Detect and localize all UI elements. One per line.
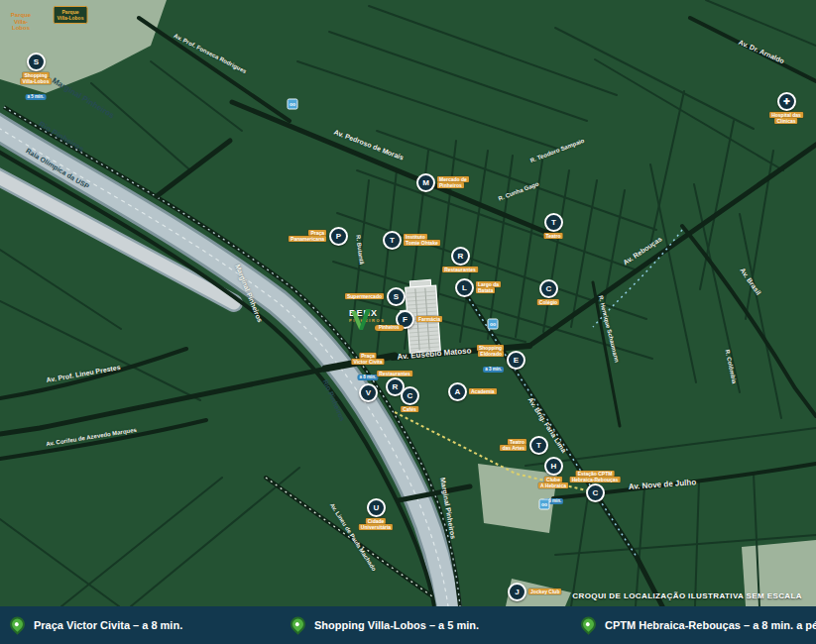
poi-label: Mercado dePinheiros xyxy=(437,176,469,188)
time-chip: a 8 min. xyxy=(358,375,379,380)
legend-label: Praça Victor Civita – a 8 min. xyxy=(34,619,182,631)
club-icon: H xyxy=(544,457,563,476)
poi-label: Restaurantes xyxy=(442,267,478,272)
bike-station-icon: oo xyxy=(488,319,499,330)
horse-icon: J xyxy=(508,583,526,601)
legend-label: Shopping Villa-Lobos – a 5 min. xyxy=(314,619,479,631)
benx-logo: BENX PINHEIROS Pinheiros xyxy=(349,309,414,331)
map-pin-icon xyxy=(7,613,28,634)
legend-item-shopping-villa-lobos: Shopping Villa-Lobos – a 5 min. xyxy=(291,606,479,644)
university-icon: U xyxy=(367,498,386,517)
bike-station-icon: oo xyxy=(288,99,298,110)
poi-label: Restaurantes xyxy=(377,371,412,376)
legend-label: CPTM Hebraica-Rebouças – a 8 min. a pé xyxy=(605,619,816,631)
poi-label: Hospital dasClínicas xyxy=(769,112,803,124)
shopping-bag-icon: S xyxy=(27,53,46,71)
map-pin-icon xyxy=(578,613,599,634)
park-icon: P xyxy=(329,227,348,246)
poi-label: Teatro xyxy=(544,233,563,239)
poi-parque-villa-lobos: ParqueVilla-Lobos xyxy=(11,12,31,32)
poi-label: InstitutoTomie Ohtake xyxy=(404,234,440,246)
museum-icon: T xyxy=(383,231,402,250)
time-chip: a 5 min. xyxy=(26,94,47,100)
train-icon: C xyxy=(586,483,605,502)
poi-label: ShoppingVilla-Lobosa 5 min. xyxy=(21,72,52,102)
logo-badge: Pinheiros xyxy=(375,325,404,331)
poi-label: Supermercado xyxy=(345,293,384,299)
map-disclaimer: CROQUI DE LOCALIZAÇÃO ILUSTRATIVA SEM ES… xyxy=(572,591,802,600)
shopping-bag-icon: E xyxy=(507,351,525,370)
market-icon: S xyxy=(387,287,406,306)
restaurant-icon: R xyxy=(451,247,470,266)
legend-item-praca-victor-civita: Praça Victor Civita – a 8 min. xyxy=(10,606,182,644)
poi-parque-villa-lobos-sign: ParqueVilla-Lobos xyxy=(54,6,88,24)
market-icon: M xyxy=(416,173,435,192)
plaza-icon: V xyxy=(359,383,378,402)
legend-bar: Praça Victor Civita – a 8 min.Shopping V… xyxy=(0,606,816,644)
poi-label: ShoppingEldoradoa 3 min. xyxy=(477,345,504,375)
theater-icon: T xyxy=(529,436,548,455)
benx-logo-v-icon xyxy=(349,309,373,331)
poi-label: Farmácia xyxy=(416,316,442,322)
hospital-icon: ✚ xyxy=(777,92,796,111)
plaza-icon: L xyxy=(455,278,474,297)
poi-label: PraçaPanamericana xyxy=(289,230,326,242)
poi-label: CidadeUniversitária xyxy=(359,518,393,530)
poi-label: Academia xyxy=(469,388,497,394)
map-pin-icon xyxy=(288,613,308,634)
croqui-map-page: Marginal PinheirosRio PinheirosRaia Olím… xyxy=(0,0,816,644)
legend-item-cptm-hebraica-reboucas: CPTM Hebraica-Rebouças – a 8 min. a pé xyxy=(581,606,816,644)
poi-label: Largo daBatata xyxy=(476,281,501,293)
poi-label: Estação CPTMHebraica-Rebouças xyxy=(570,471,621,483)
poi-label: Teatrodas Artes xyxy=(500,439,526,451)
theater-icon: T xyxy=(544,213,563,232)
gym-icon: A xyxy=(448,382,467,401)
map-canvas: Marginal PinheirosRio PinheirosRaia Olím… xyxy=(0,0,816,606)
school-icon: C xyxy=(539,279,558,298)
map-graphics xyxy=(0,0,816,606)
time-chip: a 3 min. xyxy=(483,367,504,373)
bike-station-icon: oo xyxy=(539,499,550,510)
poi-label: Colégio xyxy=(537,299,559,305)
poi-label: Jockey Club xyxy=(528,589,561,594)
cafe-icon: C xyxy=(401,386,419,405)
poi-label: PraçaVictor Civitaa 8 min. xyxy=(351,353,384,382)
poi-label: Cafés xyxy=(401,406,418,412)
